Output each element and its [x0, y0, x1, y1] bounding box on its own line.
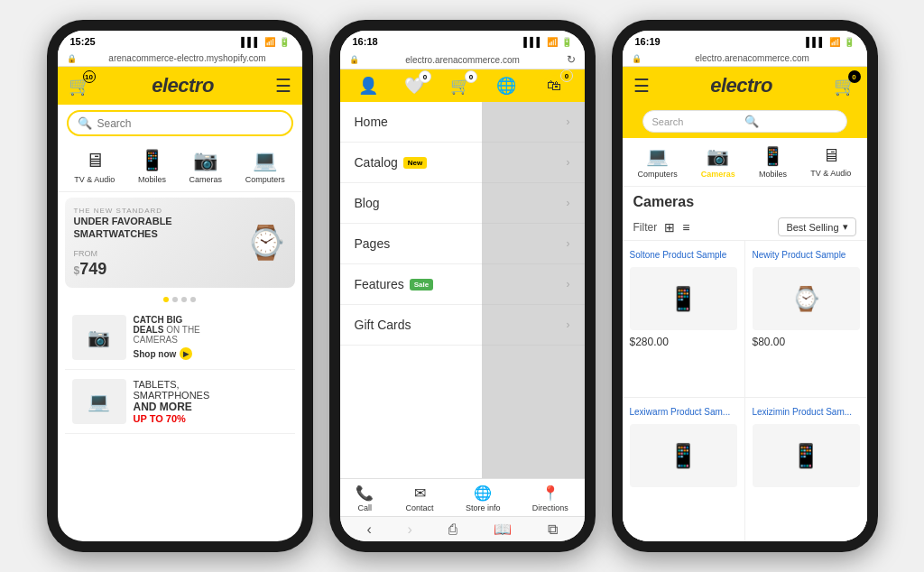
- tabs-icon[interactable]: ⧉: [548, 521, 558, 538]
- nav-contact[interactable]: ✉ Contact: [406, 484, 434, 512]
- product-card-newity[interactable]: Newity Product Sample ⌚ $80.00: [745, 241, 867, 397]
- cat-computers[interactable]: 💻 Computers: [245, 149, 285, 184]
- cat-cameras-3[interactable]: 📷 Cameras: [701, 145, 735, 179]
- reload-icon[interactable]: ↻: [567, 53, 576, 66]
- nav-directions-label: Directions: [532, 503, 568, 512]
- status-bar-2: 16:18 ▌▌▌ 📶 🔋: [340, 31, 585, 51]
- hero-tag-1: THE NEW STANDARD: [74, 207, 286, 215]
- product-name-lexizimin: Lexizimin Product Sam...: [753, 407, 860, 417]
- cart-icon-2[interactable]: 🛒 0: [450, 76, 470, 96]
- menu-giftcards-label: Gift Cards: [355, 318, 411, 332]
- tablets-promo-img: 💻: [72, 379, 126, 424]
- menu-features-label: Features Sale: [355, 277, 434, 291]
- cat-tvaudio-label-3: TV & Audio: [810, 169, 851, 178]
- search-input-1[interactable]: [97, 117, 282, 130]
- battery-2: 🔋: [561, 37, 572, 47]
- bookmarks-icon[interactable]: 📖: [494, 521, 512, 538]
- promo-card-tablets: 💻 TABLETS,SMARTPHONESAND MORE UP TO 70%: [65, 370, 295, 434]
- signal-1: ▌▌▌: [241, 37, 260, 47]
- product-card-lexiwarm[interactable]: Lexiwarm Product Sam... 📱: [623, 398, 744, 541]
- search-placeholder-3: Search: [652, 116, 745, 127]
- forward-icon[interactable]: ›: [408, 521, 412, 538]
- logo-3: electro: [710, 74, 772, 97]
- menu-home-label: Home: [355, 115, 388, 129]
- filter-bar-3: Filter ⊞ ≡ Best Selling ▾: [623, 214, 867, 241]
- nav-storeinfo[interactable]: 🌐 Store info: [466, 484, 501, 512]
- product-name-lexiwarm: Lexiwarm Product Sam...: [630, 407, 737, 417]
- cat-computers-label-3: Computers: [638, 170, 678, 179]
- catalog-new-badge: New: [403, 157, 427, 169]
- hero-from: FROM: [74, 249, 98, 258]
- search-bar-3[interactable]: Search 🔍: [642, 110, 847, 133]
- cat-mobiles-3[interactable]: 📱 Mobiles: [759, 145, 787, 179]
- url-bar-1: 🔒 arenacommerce-electro.myshopify.com: [58, 51, 302, 67]
- search-icon-1: 🔍: [78, 116, 92, 130]
- hamburger-icon-3[interactable]: ☰: [633, 75, 650, 97]
- computer-icon-3: 💻: [646, 145, 669, 167]
- cat-mobiles-label-3: Mobiles: [759, 170, 787, 179]
- contact-icon: ✉: [414, 484, 426, 502]
- logo-1: electro: [152, 74, 214, 97]
- cart-icon-1[interactable]: 🛒 10: [69, 75, 91, 97]
- url-lock-3: 🔒: [632, 54, 642, 63]
- url-text-1: arenacommerce-electro.myshopify.com: [82, 53, 293, 63]
- search-bar-1[interactable]: 🔍: [67, 110, 293, 136]
- url-lock-2: 🔒: [349, 55, 359, 64]
- dim-overlay: [482, 102, 585, 541]
- promo-card-cameras: 📷 CATCH BIGDEALS ON THECAMERAS Shop now …: [65, 306, 295, 370]
- signal-2: ▌▌▌: [523, 37, 542, 47]
- menu-blog-label: Blog: [355, 196, 380, 210]
- browser-nav-2: ‹ › ⎙ 📖 ⧉: [340, 516, 585, 541]
- mobile-icon: 📱: [140, 149, 164, 172]
- cat-computers-3[interactable]: 💻 Computers: [638, 145, 678, 179]
- nav-call[interactable]: 📞 Call: [356, 484, 374, 512]
- dot-1: [163, 297, 169, 302]
- cat-cameras[interactable]: 📷 Cameras: [189, 149, 223, 184]
- product-grid-3: Soltone Product Sample 📱 $280.00 Newity …: [623, 241, 867, 541]
- product-name-soltone: Soltone Product Sample: [630, 250, 737, 260]
- hero-dots-1: [58, 293, 302, 306]
- product-img-soltone: 📱: [630, 267, 737, 330]
- bag-count: 0: [560, 69, 573, 82]
- cameras-promo-text: CATCH BIGDEALS ON THECAMERAS Shop now ▶: [134, 315, 288, 360]
- category-bar-1: 🖥 TV & Audio 📱 Mobiles 📷 Cameras 💻 Compu…: [58, 142, 302, 192]
- tablets-deal-text: TABLETS,SMARTPHONESAND MORE: [134, 379, 288, 413]
- hero-banner-1: THE NEW STANDARD UNDER FAVORABLESMARTWAT…: [65, 198, 295, 288]
- nav-directions[interactable]: 📍 Directions: [532, 484, 568, 512]
- tablets-promo-text: TABLETS,SMARTPHONESAND MORE UP TO 70%: [134, 379, 288, 424]
- cart-count-3: 0: [848, 70, 861, 83]
- bag-icon-2[interactable]: 🛍 0: [542, 75, 566, 97]
- product-price-newity: $80.00: [753, 336, 860, 348]
- app-header-2: 👤 🤍 0 🛒 0 🌐 🛍 0: [340, 69, 585, 102]
- cat-computer-label: Computers: [245, 175, 285, 184]
- time-3: 16:19: [635, 36, 661, 47]
- cart-icon-3[interactable]: 🛒 0: [834, 75, 856, 97]
- back-icon[interactable]: ‹: [366, 521, 371, 538]
- sort-dropdown[interactable]: Best Selling ▾: [778, 217, 855, 236]
- cat-mobiles[interactable]: 📱 Mobiles: [138, 149, 166, 184]
- product-card-lexizimin[interactable]: Lexizimin Product Sam... 📱: [745, 398, 867, 541]
- shop-now-btn[interactable]: Shop now ▶: [134, 347, 288, 360]
- nav-storeinfo-label: Store info: [466, 503, 501, 512]
- globe-icon-2[interactable]: 🌐: [496, 76, 516, 96]
- battery-1: 🔋: [279, 37, 290, 47]
- cat-mobile-label: Mobiles: [138, 175, 166, 184]
- cat-tv-audio[interactable]: 🖥 TV & Audio: [74, 149, 115, 184]
- cat-tvaudio-3[interactable]: 🖥 TV & Audio: [810, 145, 851, 179]
- sort-chevron: ▾: [843, 221, 848, 233]
- wishlist-count: 0: [419, 70, 431, 83]
- signal-3: ▌▌▌: [806, 37, 825, 47]
- wishlist-icon-2[interactable]: 🤍 0: [404, 76, 424, 96]
- user-icon-2[interactable]: 👤: [358, 76, 378, 96]
- wifi-3: 📶: [829, 37, 840, 47]
- phone-1: 15:25 ▌▌▌ 📶 🔋 🔒 arenacommerce-electro.my…: [47, 20, 313, 552]
- grid-view-icon[interactable]: ⊞: [664, 220, 675, 235]
- phone-3: 16:19 ▌▌▌ 📶 🔋 🔒 electro.arenacommerce.co…: [612, 20, 878, 552]
- share-icon[interactable]: ⎙: [448, 521, 457, 538]
- cat-camera-label: Cameras: [189, 175, 223, 184]
- nav-contact-label: Contact: [406, 503, 434, 512]
- hamburger-icon-1[interactable]: ☰: [275, 75, 291, 97]
- list-view-icon[interactable]: ≡: [682, 220, 689, 235]
- product-card-soltone[interactable]: Soltone Product Sample 📱 $280.00: [623, 241, 744, 397]
- status-bar-1: 15:25 ▌▌▌ 📶 🔋: [58, 31, 302, 51]
